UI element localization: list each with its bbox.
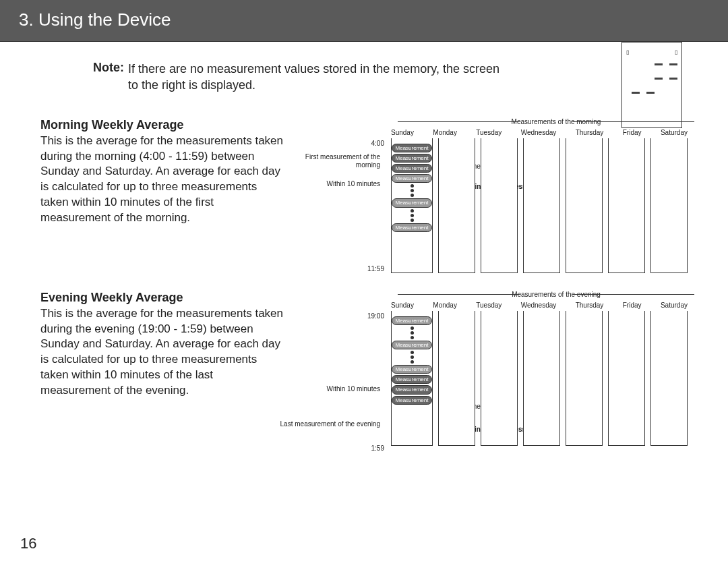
evening-section: Evening Weekly Average This is the avera… — [40, 291, 688, 459]
note-block: Note: If there are no measurement values… — [40, 61, 688, 94]
morning-day-columns: Measurement Measurement Measurement Meas… — [391, 138, 688, 273]
evening-last-label: Last measurement of the evening — [279, 420, 380, 428]
morning-section: Morning Weekly Average This is the avera… — [40, 118, 688, 280]
empty-memory-screen: ▯▯ — [621, 42, 682, 128]
day-column — [608, 138, 645, 273]
note-body: If there are no measurement values store… — [128, 61, 506, 94]
morning-within-label: Within 10 minutes — [279, 180, 380, 188]
measurement-pill: Measurement — [392, 375, 432, 384]
measurement-pill: Measurement — [392, 164, 432, 173]
day-column — [481, 138, 518, 273]
day-label: Thursday — [576, 129, 604, 136]
day-column — [438, 311, 475, 446]
day-label: Saturday — [661, 302, 688, 309]
day-column — [523, 138, 560, 273]
day-label: Friday — [623, 129, 642, 136]
day-label: Saturday — [661, 129, 688, 136]
chapter-header: 3. Using the Device — [0, 0, 728, 42]
evening-within-label: Within 10 minutes — [279, 385, 380, 393]
day-column — [650, 138, 688, 273]
morning-end-time: 11:59 — [283, 265, 384, 272]
day-column — [650, 311, 688, 446]
measurement-pill: Measurement — [392, 316, 432, 325]
measurement-pill: Measurement — [392, 341, 432, 349]
evening-day-columns: Measurement Measurement Measurement Meas… — [391, 311, 688, 446]
day-label: Monday — [433, 129, 457, 136]
day-column — [438, 138, 475, 273]
measurement-pill: Measurement — [392, 385, 432, 394]
measurement-pill: Measurement — [392, 154, 432, 163]
day-label: Tuesday — [476, 129, 502, 136]
morning-diagram-title: Measurements of the morning — [425, 118, 688, 125]
day-column: Measurement Measurement Measurement Meas… — [391, 138, 433, 273]
note-label: Note: — [93, 61, 124, 75]
day-label: Monday — [433, 302, 457, 309]
day-column — [566, 311, 603, 446]
day-label: Friday — [623, 302, 642, 309]
day-column — [481, 311, 518, 446]
measurement-pill: Measurement — [392, 144, 432, 152]
morning-heading: Morning Weekly Average — [40, 118, 283, 132]
evening-body: This is the average for the measurements… — [40, 306, 283, 399]
day-label: Wednesday — [521, 302, 557, 309]
day-column: Measurement Measurement Measurement Meas… — [391, 311, 433, 446]
day-column — [608, 311, 645, 446]
day-label: Wednesday — [521, 129, 557, 136]
morning-start-time: 4:00 — [283, 140, 384, 147]
measurement-pill: Measurement — [392, 198, 432, 207]
morning-body: This is the average for the measurements… — [40, 134, 283, 227]
measurement-pill: Measurement — [392, 365, 432, 374]
evening-diagram-title: Measurements of the evening — [425, 291, 688, 298]
day-label: Thursday — [576, 302, 604, 309]
chapter-title: 3. Using the Device — [19, 9, 171, 30]
morning-first-label: First measurement of the morning — [279, 153, 380, 169]
measurement-pill: Measurement — [392, 174, 432, 183]
day-label: Sunday — [391, 302, 414, 309]
day-label: Tuesday — [476, 302, 502, 309]
day-label: Sunday — [391, 129, 414, 136]
page-content: ▯▯ Note: If there are no measurement val… — [0, 42, 728, 459]
evening-heading: Evening Weekly Average — [40, 291, 283, 305]
evening-start-time: 19:00 — [283, 312, 384, 320]
day-header-row: Sunday Monday Tuesday Wednesday Thursday… — [391, 129, 688, 136]
day-header-row: Sunday Monday Tuesday Wednesday Thursday… — [391, 302, 688, 309]
page-number: 16 — [20, 535, 36, 552]
measurement-pill: Measurement — [392, 223, 432, 232]
day-column — [566, 138, 603, 273]
measurement-pill: Measurement — [392, 396, 432, 405]
day-column — [523, 311, 560, 446]
evening-end-time: 1:59 — [283, 444, 384, 452]
